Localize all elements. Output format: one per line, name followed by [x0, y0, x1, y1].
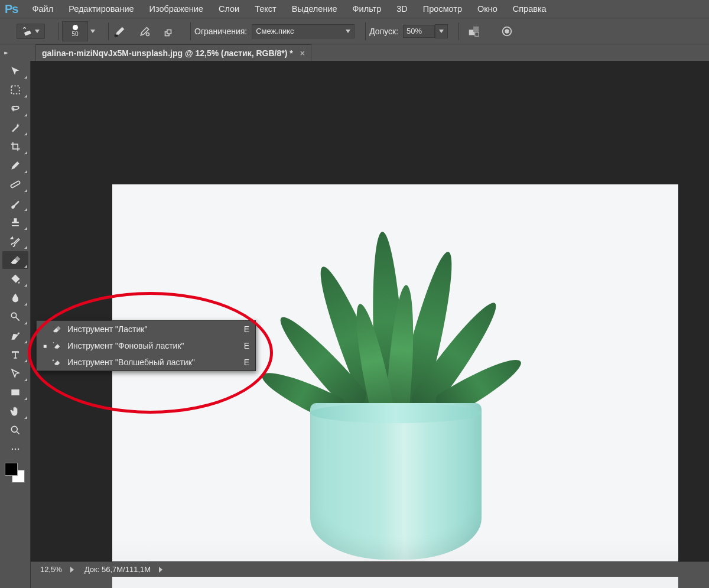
- type-icon: [9, 349, 21, 360]
- menu-view[interactable]: Просмотр: [423, 4, 462, 14]
- document-canvas[interactable]: [112, 184, 678, 588]
- brush-tool[interactable]: [2, 194, 28, 212]
- path-selection-tool[interactable]: [2, 365, 28, 382]
- bg-eraser-icon: [51, 340, 63, 351]
- toolbox: [0, 61, 31, 588]
- separator: [108, 22, 109, 40]
- clone-stamp-tool[interactable]: [2, 213, 28, 231]
- menu-help[interactable]: Справка: [513, 4, 547, 14]
- canvas-area[interactable]: [31, 61, 709, 561]
- svg-rect-10: [11, 86, 19, 93]
- sampling-continuous-button[interactable]: [112, 24, 128, 39]
- svg-rect-13: [11, 389, 19, 395]
- crop-icon: [9, 141, 21, 152]
- menu-select[interactable]: Выделение: [292, 4, 337, 14]
- svg-rect-11: [11, 181, 21, 189]
- selected-indicator: ■: [41, 343, 48, 349]
- svg-rect-0: [24, 30, 31, 35]
- flyout-item-label: Инструмент "Ластик": [67, 324, 147, 334]
- magic-wand-tool[interactable]: [2, 119, 28, 137]
- document-tab-title: galina-n-miziNqvJx5M-unsplash.jpg @ 12,5…: [42, 48, 293, 58]
- flyout-item-bg-eraser[interactable]: ■ Инструмент "Фоновый ластик" E: [37, 337, 255, 354]
- close-tab-button[interactable]: ×: [300, 48, 305, 58]
- lasso-tool[interactable]: [2, 100, 28, 118]
- menu-layers[interactable]: Слои: [219, 4, 239, 14]
- eraser-tool[interactable]: [2, 251, 28, 269]
- eraser-icon: [51, 324, 63, 334]
- move-tool[interactable]: [2, 62, 28, 80]
- rect-icon: [9, 386, 21, 398]
- sampling-once-button[interactable]: [137, 24, 152, 39]
- sampling-swatch-button[interactable]: [162, 24, 177, 39]
- flyout-item-label: Инструмент "Фоновый ластик": [67, 341, 184, 350]
- history-brush-tool[interactable]: [2, 232, 28, 250]
- chevron-right-icon: [70, 567, 74, 573]
- options-bar: 50 Ограничения: Смеж.пикс Допуск: 50%: [0, 18, 709, 44]
- type-tool[interactable]: [2, 346, 28, 363]
- menu-edit[interactable]: Редактирование: [69, 4, 134, 14]
- toolbar-expand-toggle[interactable]: ▸▸: [0, 44, 11, 61]
- separator: [190, 22, 191, 40]
- edit-toolbar[interactable]: [2, 440, 28, 458]
- brush-size-label: 50: [71, 31, 78, 37]
- flyout-item-label: Инструмент "Волшебный ластик": [67, 358, 195, 367]
- brush-preset-picker[interactable]: 50: [62, 21, 95, 41]
- tolerance-stepper[interactable]: [435, 24, 448, 38]
- eyedropper-icon: [9, 160, 21, 171]
- drop-icon: [9, 292, 21, 304]
- eyedropper-tool[interactable]: [2, 157, 28, 174]
- limits-dropdown[interactable]: Смеж.пикс: [252, 24, 354, 38]
- marquee-tool[interactable]: [2, 81, 28, 99]
- svg-point-2: [147, 33, 149, 35]
- pen-icon: [9, 330, 21, 342]
- zoom-tool[interactable]: [2, 421, 28, 439]
- menu-file[interactable]: Файл: [32, 4, 53, 14]
- dodge-icon: [9, 311, 21, 323]
- tolerance-input[interactable]: 50%: [403, 25, 435, 38]
- brush-icon: [9, 197, 21, 209]
- crop-tool[interactable]: [2, 138, 28, 155]
- pressure-size-button[interactable]: [499, 24, 515, 39]
- menu-window[interactable]: Окно: [477, 4, 497, 14]
- status-zoom[interactable]: 12,5%: [40, 565, 74, 574]
- stamp-icon: [9, 216, 21, 228]
- bucket-icon: [9, 273, 21, 285]
- protect-fg-icon: [467, 25, 480, 38]
- flyout-item-eraser[interactable]: Инструмент "Ластик" E: [37, 321, 255, 337]
- arrow-cursor-icon: [9, 368, 21, 379]
- svg-rect-7: [475, 32, 479, 35]
- blur-tool[interactable]: [2, 289, 28, 307]
- dodge-tool[interactable]: [2, 308, 28, 326]
- magic-eraser-icon: [51, 357, 63, 368]
- svg-rect-4: [167, 30, 171, 34]
- healing-brush-tool[interactable]: [2, 176, 28, 193]
- status-doc-value: 56,7M/111,1M: [102, 565, 151, 574]
- pen-tool[interactable]: [2, 327, 28, 345]
- status-bar: 12,5% Док: 56,7M/111,1M: [31, 561, 709, 577]
- rectangle-shape-tool[interactable]: [2, 384, 28, 401]
- status-zoom-value: 12,5%: [40, 565, 62, 574]
- menu-3d[interactable]: 3D: [396, 4, 408, 14]
- svg-point-17: [18, 449, 19, 450]
- current-tool-preset[interactable]: [17, 24, 45, 39]
- svg-rect-1: [115, 34, 118, 37]
- foreground-color-swatch[interactable]: [5, 463, 18, 476]
- eyedropper-once-icon: [139, 25, 151, 37]
- paint-bucket-tool[interactable]: [2, 270, 28, 288]
- eraser-icon: [9, 254, 21, 266]
- flyout-item-shortcut: E: [244, 358, 249, 367]
- hand-tool[interactable]: [2, 402, 28, 420]
- menu-text[interactable]: Текст: [255, 4, 277, 14]
- color-swatches[interactable]: [5, 463, 25, 483]
- document-tab[interactable]: galina-n-miziNqvJx5M-unsplash.jpg @ 12,5…: [35, 44, 311, 61]
- status-docsize[interactable]: Док: 56,7M/111,1M: [84, 565, 162, 574]
- bandage-icon: [9, 178, 21, 190]
- menu-filter[interactable]: Фильтр: [353, 4, 382, 14]
- flyout-item-shortcut: E: [244, 324, 249, 334]
- limits-value: Смеж.пикс: [256, 27, 294, 35]
- protect-foreground-button[interactable]: [466, 24, 482, 39]
- svg-rect-6: [473, 26, 479, 31]
- ellipsis-icon: [9, 443, 21, 455]
- menu-image[interactable]: Изображение: [149, 4, 203, 14]
- flyout-item-magic-eraser[interactable]: Инструмент "Волшебный ластик" E: [37, 354, 255, 371]
